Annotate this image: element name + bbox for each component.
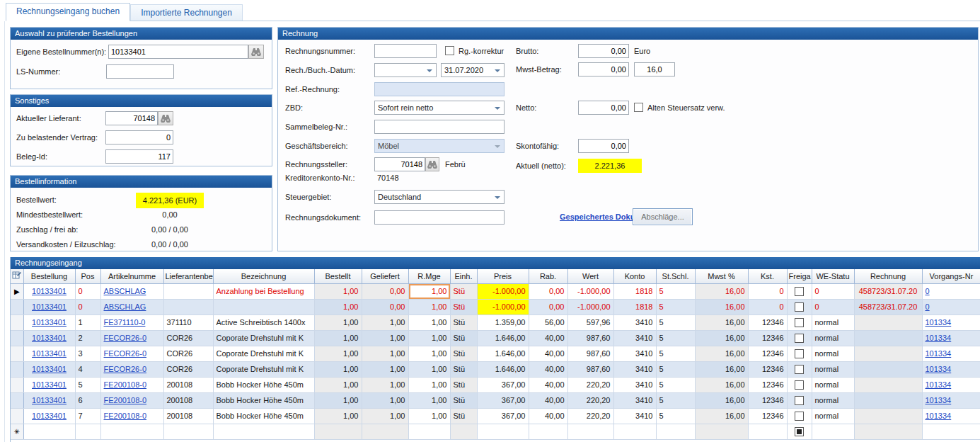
cell-bezeichnung[interactable]: Coporate Drehstuhl mit K [213,330,314,346]
cell-mwst[interactable]: 16,00 [695,330,748,346]
cell-rechnung[interactable]: 458723/31.07.20 [854,299,922,314]
netto-input[interactable] [578,101,629,115]
freigabe-checkbox[interactable] [795,365,804,374]
cell-freiga[interactable] [787,299,812,314]
cell-lieferant[interactable]: COR26 [163,330,213,346]
bestellnummer-search-button[interactable] [248,45,264,59]
cell-rechnung[interactable] [854,377,922,392]
cell-rab[interactable]: 40,00 [529,361,567,377]
cell-lieferant[interactable] [163,299,213,314]
cell-rechnung[interactable] [854,408,922,424]
cell-geliefert[interactable]: 1,00 [362,361,408,377]
cell-preis[interactable]: 1.646,00 [477,330,529,346]
cell-rechnung[interactable] [854,314,922,330]
cell-bestellung[interactable]: 10133401 [23,314,75,330]
cell-kst[interactable]: 12346 [748,408,787,424]
cell-stschl[interactable]: 5 [656,361,695,377]
cell-pos[interactable]: 1 [75,314,100,330]
cell-westatus[interactable] [812,424,854,439]
rechnungsdatum-combo[interactable] [374,63,437,77]
cell-bestellung[interactable]: 10133401 [23,299,75,314]
cell-rab[interactable]: 40,00 [529,330,567,346]
bestellung-link[interactable]: 10133401 [32,287,67,295]
column-header-konto[interactable]: Konto [613,269,656,283]
cell-vorgang[interactable]: 101334 [922,361,980,377]
cell-freiga[interactable] [787,283,812,299]
cell-geliefert[interactable]: 1,00 [362,330,408,346]
row-selector[interactable] [11,299,23,314]
cell-westatus[interactable]: normal [812,392,854,408]
cell-konto[interactable]: 3410 [613,408,656,424]
cell-westatus[interactable]: 0 [812,283,854,299]
cell-artikel[interactable]: FE200108-0 [100,377,163,392]
artikel-link[interactable]: FE371110-0 [104,318,146,327]
cell-pos[interactable]: 4 [75,361,100,377]
freigabe-checkbox[interactable] [795,302,804,312]
cell-mwst[interactable]: 16,00 [695,361,748,377]
cell-bezeichnung[interactable]: Coporate Drehstuhl mit K [213,361,314,377]
select-all-header[interactable] [11,269,23,283]
cell-mwst[interactable]: 16,00 [695,392,748,408]
mwst-satz-input[interactable] [634,62,675,76]
cell-artikel[interactable]: FECOR26-0 [100,330,163,346]
cell-geliefert[interactable]: 1,00 [362,408,408,424]
cell-rmge[interactable]: 1,00 [408,314,450,330]
cell-freiga[interactable] [787,408,812,424]
cell-artikel[interactable]: ABSCHLAG [100,299,163,314]
zbd-combo[interactable]: Sofort rein netto [374,101,505,115]
vorgang-link[interactable]: 101334 [926,318,952,327]
cell-kst[interactable]: 12346 [748,392,787,408]
cell-westatus[interactable]: normal [812,361,854,377]
cell-rab[interactable]: 40,00 [529,377,567,392]
cell-mwst[interactable]: 16,00 [695,299,748,314]
cell-rechnung[interactable] [854,330,922,346]
cell-vorgang[interactable]: 101334 [922,392,980,408]
vorgang-link[interactable]: 101334 [926,380,952,389]
column-header-bestellt[interactable]: Bestellt [314,269,362,283]
row-selector[interactable] [11,408,23,424]
row-selector[interactable] [11,392,23,408]
artikel-link[interactable]: FECOR26-0 [104,334,147,342]
cell-konto[interactable]: 1818 [613,299,656,314]
cell-bestellt[interactable]: 1,00 [314,283,362,299]
row-selector[interactable]: ▶ [11,283,23,299]
cell-preis[interactable] [477,424,529,439]
tab-importierte-rechnungen[interactable]: Importierte Rechnungen [130,4,243,21]
mwst-betrag-input[interactable] [578,62,629,76]
cell-lieferant[interactable]: 200108 [163,392,213,408]
cell-stschl[interactable]: 5 [656,346,695,361]
tab-rechnungseingang-buchen[interactable]: Rechnungseingang buchen [6,3,130,21]
cell-konto[interactable]: 3410 [613,361,656,377]
cell-lieferant[interactable] [163,283,213,299]
cell-konto[interactable]: 1818 [613,283,656,299]
cell-rab[interactable]: 40,00 [529,346,567,361]
bestellung-link[interactable]: 10133401 [32,365,67,373]
cell-bestellt[interactable]: 1,00 [314,392,362,408]
cell-westatus[interactable]: normal [812,377,854,392]
cell-bestellt[interactable] [314,424,362,439]
cell-bezeichnung[interactable]: Active Schreibtisch 1400x [213,314,314,330]
vorgang-link[interactable]: 101334 [926,396,952,404]
column-header-mwst[interactable]: Mwst % [695,269,748,283]
cell-artikel[interactable]: ABSCHLAG [100,283,163,299]
cell-geliefert[interactable]: 1,00 [362,314,408,330]
cell-preis[interactable]: -1.000,00 [477,299,529,314]
cell-konto[interactable]: 3410 [613,346,656,361]
bestellung-link[interactable]: 10133401 [32,380,67,389]
column-header-geliefert[interactable]: Geliefert [362,269,408,283]
cell-bestellung[interactable]: 10133401 [23,346,75,361]
cell-kst[interactable]: 12346 [748,377,787,392]
cell-vorgang[interactable]: 101334 [922,408,980,424]
cell-bestellung[interactable]: 10133401 [23,361,75,377]
vorgang-link[interactable]: 101334 [926,334,952,342]
rechnungssteller-search-button[interactable] [425,157,439,171]
cell-wert[interactable]: 597,96 [567,314,613,330]
cell-stschl[interactable]: 5 [656,283,695,299]
cell-konto[interactable]: 3410 [613,314,656,330]
cell-bezeichnung[interactable]: Coporate Drehstuhl mit K [213,346,314,361]
cell-geliefert[interactable]: 1,00 [362,346,408,361]
cell-wert[interactable]: 987,60 [567,330,613,346]
artikel-link[interactable]: FE200108-0 [104,396,147,404]
cell-mwst[interactable]: 16,00 [695,314,748,330]
cell-artikel[interactable]: FECOR26-0 [100,346,163,361]
